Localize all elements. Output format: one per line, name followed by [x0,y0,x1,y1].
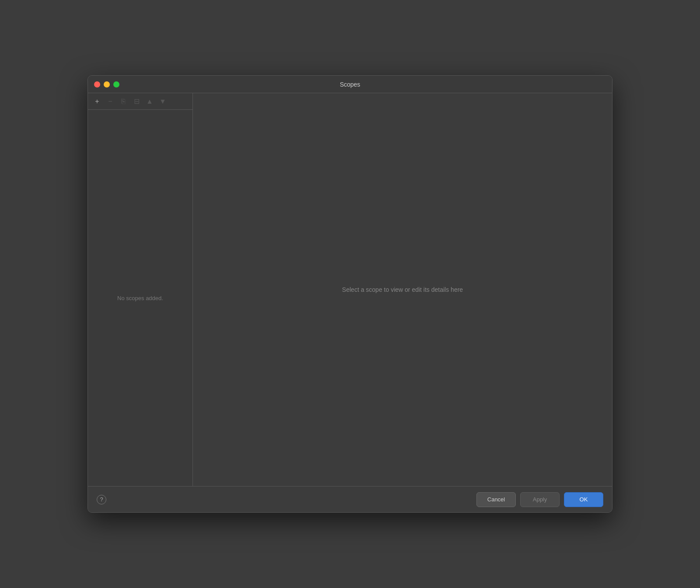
ok-button[interactable]: OK [564,492,603,507]
maximize-button[interactable] [113,81,119,88]
move-down-button[interactable]: ▼ [157,96,168,107]
sidebar-empty-state: No scopes added. [88,110,192,486]
apply-button[interactable]: Apply [520,492,560,507]
window-controls [94,81,119,88]
cancel-button[interactable]: Cancel [476,492,516,507]
scopes-dialog: Scopes + − ⎘ ⊟ ▲ ▼ No scopes added. Sele… [88,75,612,513]
add-scope-button[interactable]: + [91,96,103,107]
remove-scope-button[interactable]: − [105,96,116,107]
dialog-title: Scopes [340,81,360,88]
copy-scope-button[interactable]: ⎘ [118,96,129,107]
footer-buttons: Cancel Apply OK [476,492,603,507]
content-area: + − ⎘ ⊟ ▲ ▼ No scopes added. Select a sc… [88,93,612,486]
sidebar: + − ⎘ ⊟ ▲ ▼ No scopes added. [88,93,193,486]
footer: ? Cancel Apply OK [88,486,612,512]
sidebar-toolbar: + − ⎘ ⊟ ▲ ▼ [88,93,192,110]
title-bar: Scopes [88,76,612,93]
footer-left: ? [97,495,106,504]
save-scope-button[interactable]: ⊟ [131,96,142,107]
main-panel: Select a scope to view or edit its detai… [193,93,612,486]
help-button[interactable]: ? [97,495,106,504]
sidebar-empty-text: No scopes added. [117,295,163,301]
close-button[interactable] [94,81,100,88]
move-up-button[interactable]: ▲ [144,96,155,107]
main-empty-text: Select a scope to view or edit its detai… [342,286,463,293]
minimize-button[interactable] [104,81,110,88]
